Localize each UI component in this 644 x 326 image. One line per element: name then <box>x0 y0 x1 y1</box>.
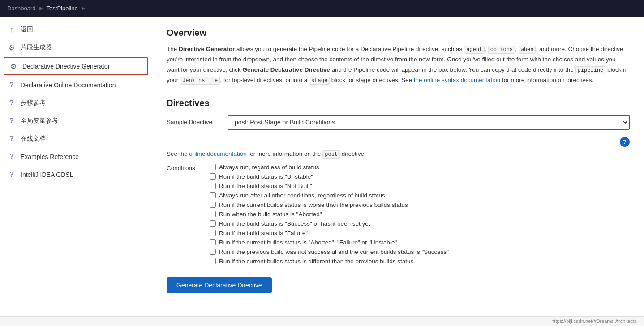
condition-checkbox-1[interactable] <box>210 173 216 180</box>
sidebar-item-intellij-gdsl[interactable]: ? IntelliJ IDEA GDSL <box>0 166 152 184</box>
sidebar-item-snippet-generator[interactable]: ⚙ 片段生成器 <box>0 39 152 56</box>
sidebar-item-label-examples: Examples Reference <box>21 153 79 160</box>
condition-checkbox-7[interactable] <box>210 230 216 236</box>
arrow-up-icon: ↑ <box>7 25 16 34</box>
condition-item-6: Run if the build status is "Success" or … <box>210 220 449 227</box>
condition-label-3: Always run after all other conditions, r… <box>219 192 385 199</box>
breadcrumb-testpipeline[interactable]: TestPipeline <box>47 5 78 12</box>
help-icon-row: ? <box>167 137 630 147</box>
condition-item-9: Run if the previous build was not succes… <box>210 249 449 255</box>
question-icon-steps: ? <box>7 99 16 107</box>
directives-section: Directives Sample Directive post: Post S… <box>167 98 630 293</box>
breadcrumb-sep-2: ▶ <box>82 5 85 11</box>
question-icon-examples: ? <box>7 152 16 161</box>
condition-checkbox-4[interactable] <box>210 202 216 208</box>
overview-paragraph: The Directive Generator allows you to ge… <box>167 44 630 86</box>
overview-link-syntax[interactable]: the online syntax documentation <box>414 77 501 83</box>
overview-bold-directive-generator: Directive Generator <box>179 46 235 52</box>
gear-icon-directive: ⚙ <box>9 62 18 71</box>
condition-label-7: Run if the build status is "Failure" <box>219 230 308 236</box>
breadcrumb-dashboard[interactable]: Dashboard <box>7 5 36 12</box>
condition-item-1: Run if the build status is "Unstable" <box>210 173 449 180</box>
main-content: Overview The Directive Generator allows … <box>152 17 644 316</box>
overview-code-stage: stage <box>309 77 330 85</box>
condition-label-6: Run if the build status is "Success" or … <box>219 220 370 227</box>
question-icon-intellij: ? <box>7 170 16 179</box>
conditions-label: Conditions <box>167 164 202 265</box>
conditions-list: Always run, regardless of build statusRu… <box>210 164 449 265</box>
condition-label-4: Run if the current builds status is wors… <box>219 202 408 208</box>
condition-item-4: Run if the current builds status is wors… <box>210 202 449 208</box>
condition-checkbox-3[interactable] <box>210 192 216 198</box>
condition-label-2: Run if the build status is "Not Built" <box>219 183 312 189</box>
sidebar-item-label-intellij: IntelliJ IDEA GDSL <box>21 171 73 178</box>
condition-checkbox-10[interactable] <box>210 258 216 264</box>
overview-code-agent: agent <box>464 46 485 54</box>
overview-code-jenkinsfile: Jenkinsfile <box>180 77 220 85</box>
condition-label-5: Run when the build status is "Aborted" <box>219 211 322 218</box>
sidebar-item-label-directive: Declarative Directive Generator <box>22 63 110 70</box>
sidebar-item-label-global-vars: 全局变量参考 <box>21 117 58 125</box>
question-icon-global-vars: ? <box>7 116 16 125</box>
condition-checkbox-0[interactable] <box>210 164 216 170</box>
sidebar-item-steps-reference[interactable]: ? 步骤参考 <box>0 94 152 112</box>
overview-code-options: options <box>488 46 515 54</box>
overview-bold-generate: Generate Declarative Directive <box>243 66 330 73</box>
condition-item-8: Run if the current builds status is "Abo… <box>210 239 449 246</box>
overview-code-when: when <box>519 46 536 54</box>
post-info-text: See the online documentation for more in… <box>167 150 630 158</box>
directive-form-row: Sample Directive post: Post Stage or Bui… <box>167 115 630 130</box>
condition-checkbox-8[interactable] <box>210 239 216 245</box>
top-bar: Dashboard ▶ TestPipeline ▶ <box>0 0 644 17</box>
question-icon-docs: ? <box>7 134 16 143</box>
condition-checkbox-6[interactable] <box>210 220 216 227</box>
generate-directive-button[interactable]: Generate Declarative Directive <box>167 277 272 293</box>
sidebar-item-label-docs: 在线文档 <box>21 135 46 143</box>
main-layout: ↑ 返回 ⚙ 片段生成器 ⚙ Declarative Directive Gen… <box>0 17 644 316</box>
help-icon[interactable]: ? <box>620 137 630 147</box>
bottom-url: https://biji.csdn.net/#Dreams-Architects <box>551 318 637 324</box>
sidebar-item-online-docs[interactable]: ? 在线文档 <box>0 130 152 148</box>
condition-label-1: Run if the build status is "Unstable" <box>219 173 313 180</box>
condition-item-0: Always run, regardless of build status <box>210 164 449 171</box>
sidebar-item-back[interactable]: ↑ 返回 <box>0 21 152 39</box>
sidebar-item-label-back: 返回 <box>21 26 33 34</box>
condition-label-8: Run if the current builds status is "Abo… <box>219 239 397 246</box>
gear-icon-snippet: ⚙ <box>7 43 16 52</box>
sidebar-item-examples-reference[interactable]: ? Examples Reference <box>0 148 152 166</box>
post-info-link[interactable]: the online documentation <box>179 150 247 157</box>
sidebar-item-label-online-docs: Declarative Online Documentation <box>21 82 116 89</box>
condition-checkbox-2[interactable] <box>210 183 216 189</box>
sidebar: ↑ 返回 ⚙ 片段生成器 ⚙ Declarative Directive Gen… <box>0 17 152 316</box>
sidebar-item-label-snippet: 片段生成器 <box>21 43 52 51</box>
sidebar-item-declarative-online-docs[interactable]: ? Declarative Online Documentation <box>0 76 152 94</box>
condition-item-10: Run if the current builds status is diff… <box>210 258 449 265</box>
overview-title: Overview <box>167 28 630 38</box>
condition-item-2: Run if the build status is "Not Built" <box>210 183 449 189</box>
sidebar-item-declarative-directive-generator[interactable]: ⚙ Declarative Directive Generator <box>4 57 148 75</box>
condition-item-7: Run if the build status is "Failure" <box>210 230 449 236</box>
condition-item-3: Always run after all other conditions, r… <box>210 192 449 199</box>
post-info-code: post <box>322 150 340 159</box>
condition-label-0: Always run, regardless of build status <box>219 164 319 171</box>
condition-label-10: Run if the current builds status is diff… <box>219 258 413 265</box>
condition-checkbox-5[interactable] <box>210 211 216 217</box>
bottom-bar: https://biji.csdn.net/#Dreams-Architects <box>0 316 644 326</box>
breadcrumb-sep-1: ▶ <box>39 5 43 11</box>
condition-item-5: Run when the build status is "Aborted" <box>210 211 449 218</box>
sidebar-item-global-vars[interactable]: ? 全局变量参考 <box>0 112 152 130</box>
overview-code-pipeline: pipeline <box>575 66 606 74</box>
condition-label-9: Run if the previous build was not succes… <box>219 249 449 255</box>
question-icon-online-docs: ? <box>7 81 16 90</box>
directives-title: Directives <box>167 98 630 108</box>
sidebar-item-label-steps: 步骤参考 <box>21 99 46 107</box>
directive-select[interactable]: post: Post Stage or Build Conditionsagen… <box>228 115 630 130</box>
conditions-area: Conditions Always run, regardless of bui… <box>167 164 630 265</box>
condition-checkbox-9[interactable] <box>210 249 216 255</box>
sample-directive-label: Sample Directive <box>167 119 220 125</box>
